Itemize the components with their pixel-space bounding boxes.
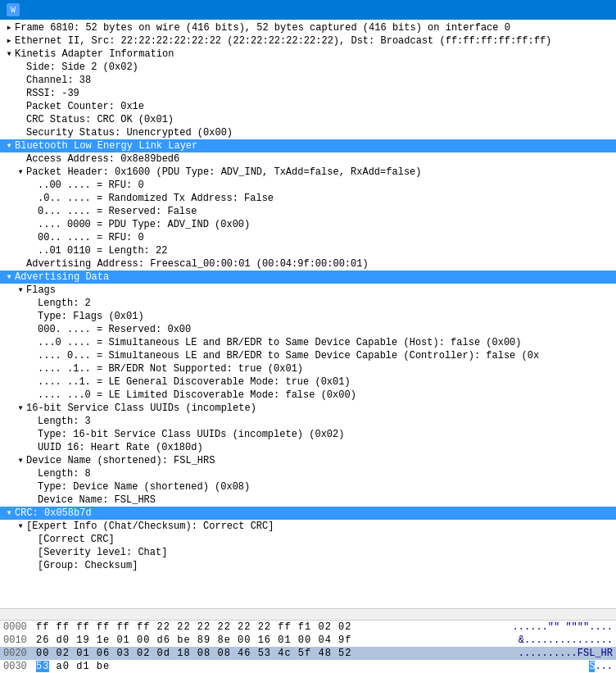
tree-line-text: ..01 0110 = Length: 22 [38,245,167,257]
tree-line[interactable]: ▾Bluetooth Low Energy Link Layer [0,139,616,152]
minimize-button[interactable] [557,3,573,16]
tree-line-text: UUID 16: Heart Rate (0x180d) [38,442,203,453]
tree-line-text: Device Name (shortened): FSL_HRS [26,455,215,466]
tree-line-text: [Correct CRC] [38,534,115,545]
tree-line-text: Type: 16-bit Service Class UUIDs (incomp… [38,429,344,440]
hex-bytes: 00 02 01 06 03 02 0d 18 08 08 46 53 4c 5… [36,647,512,660]
expander-icon[interactable]: ▾ [15,520,26,533]
hex-bytes: ff ff ff ff ff ff 22 22 22 22 22 22 ff f… [36,621,506,634]
tree-line-text: 16-bit Service Class UUIDs (incomplete) [26,402,256,414]
tree-line[interactable]: .0.. .... = Randomized Tx Address: False [0,192,616,205]
expander-icon[interactable]: ▾ [15,454,26,467]
tree-line[interactable]: .... ...0 = LE Limited Discoverable Mode… [0,389,616,402]
tree-line[interactable]: ▾Packet Header: 0x1600 (PDU Type: ADV_IN… [0,166,616,179]
tree-line[interactable]: ▾Device Name (shortened): FSL_HRS [0,454,616,467]
tree-line[interactable]: 0... .... = Reserved: False [0,205,616,218]
tree-line[interactable]: ..00 .... = RFU: 0 [0,179,616,192]
tree-line-text: [Group: Checksum] [38,560,138,571]
tree-line[interactable]: Type: 16-bit Service Class UUIDs (incomp… [0,428,616,441]
hex-offset: 0000 [3,621,36,634]
hex-scrollbar[interactable] [0,609,616,621]
tree-line[interactable]: ▾CRC: 0x058b7d [0,507,616,520]
expander-icon[interactable]: ▾ [15,402,26,415]
tree-line-text: Side: Side 2 (0x02) [26,61,138,73]
tree-line-text: [Expert Info (Chat/Checksum): Correct CR… [26,521,274,532]
tree-line[interactable]: Length: 8 [0,467,616,480]
close-button[interactable] [593,3,609,16]
title-bar-left: W [7,3,25,16]
tree-line[interactable]: .... 0000 = PDU Type: ADV_IND (0x00) [0,218,616,231]
tree-line[interactable]: .... ..1. = LE General Discoverable Mode… [0,375,616,389]
expander-icon[interactable]: ▾ [3,271,15,284]
tree-line-text: [Severity level: Chat] [38,547,167,558]
tree-line-text: Bluetooth Low Energy Link Layer [15,140,197,152]
tree-line[interactable]: ▾Advertising Data [0,271,616,284]
tree-line-text: Advertising Data [15,271,109,283]
tree-line[interactable]: Packet Counter: 0x1e [0,100,616,113]
title-bar: W [0,0,616,20]
tree-line[interactable]: Security Status: Unencrypted (0x00) [0,126,616,139]
tree-line-text: Length: 8 [38,468,91,480]
tree-line[interactable]: 000. .... = Reserved: 0x00 [0,323,616,336]
tree-line-text: .... .1.. = BR/EDR Not Supported: true (… [38,363,303,375]
tree-line[interactable]: .... .1.. = BR/EDR Not Supported: true (… [0,362,616,375]
tree-line[interactable]: Type: Flags (0x01) [0,310,616,323]
tree-line-text: 000. .... = Reserved: 0x00 [38,324,191,335]
expander-icon[interactable]: ▸ [3,34,15,48]
tree-line[interactable]: [Group: Checksum] [0,559,616,572]
tree-line[interactable]: RSSI: -39 [0,87,616,100]
expander-icon[interactable]: ▾ [3,48,15,61]
hex-offset: 0010 [3,634,36,647]
tree-line[interactable]: [Correct CRC] [0,533,616,546]
tree-line-text: Device Name: FSL_HRS [38,494,156,506]
tree-line[interactable]: ▾[Expert Info (Chat/Checksum): Correct C… [0,520,616,533]
tree-line[interactable]: ▾Kinetis Adapter Information [0,48,616,61]
tree-line[interactable]: Advertising Address: Freescal_00:00:01 (… [0,257,616,271]
tree-line[interactable]: [Severity level: Chat] [0,546,616,559]
tree-line[interactable]: .... 0... = Simultaneous LE and BR/EDR t… [0,349,616,362]
hex-row: 002000 02 01 06 03 02 0d 18 08 08 46 53 … [0,647,616,660]
tree-line[interactable]: Type: Device Name (shortened) (0x08) [0,480,616,493]
tree-line[interactable]: Channel: 38 [0,74,616,87]
expander-icon[interactable]: ▾ [3,507,15,520]
expander-icon[interactable]: ▸ [3,21,15,34]
expander-icon[interactable]: ▾ [3,139,15,152]
tree-line[interactable]: Length: 3 [0,415,616,428]
tree-line[interactable]: ▸Ethernet II, Src: 22:22:22:22:22:22 (22… [0,34,616,48]
tree-line[interactable]: ..01 0110 = Length: 22 [0,244,616,257]
tree-line-text: Frame 6810: 52 bytes on wire (416 bits),… [15,22,510,34]
expander-icon[interactable]: ▾ [15,284,26,297]
hex-bytes: 53 a0 d1 be [36,660,582,673]
tree-line-text: .0.. .... = Randomized Tx Address: False [38,193,274,204]
tree-line[interactable]: Length: 2 [0,297,616,310]
tree-line[interactable]: Access Address: 0x8e89bed6 [0,152,616,166]
hex-bytes: 26 d0 19 1e 01 00 d6 be 89 8e 00 16 01 0… [36,634,512,647]
tree-line[interactable]: UUID 16: Heart Rate (0x180d) [0,441,616,454]
expander-icon[interactable]: ▾ [15,166,26,179]
tree-line[interactable]: 00.. .... = RFU: 0 [0,231,616,244]
tree-line-text: 00.. .... = RFU: 0 [38,232,144,243]
tree-line-text: ..00 .... = RFU: 0 [38,180,144,191]
tree-line-text: .... ...0 = LE Limited Discoverable Mode… [38,389,356,401]
tree-line-text: Flags [26,284,56,296]
tree-line-text: ...0 .... = Simultaneous LE and BR/EDR t… [38,337,522,348]
tree-line-text: Channel: 38 [26,75,91,86]
maximize-button[interactable] [575,3,591,16]
tree-line[interactable]: ...0 .... = Simultaneous LE and BR/EDR t… [0,336,616,349]
tree-line[interactable]: ▸Frame 6810: 52 bytes on wire (416 bits)… [0,21,616,34]
tree-line-text: .... 0... = Simultaneous LE and BR/EDR t… [38,350,539,362]
tree-line[interactable]: ▾Flags [0,284,616,297]
tree-line[interactable]: Device Name: FSL_HRS [0,493,616,507]
hex-area: 0000ff ff ff ff ff ff 22 22 22 22 22 22 … [0,608,616,673]
tree-line-text: .... 0000 = PDU Type: ADV_IND (0x00) [38,219,250,230]
tree-line[interactable]: Side: Side 2 (0x02) [0,61,616,74]
content-area: ▸Frame 6810: 52 bytes on wire (416 bits)… [0,20,616,673]
tree-line-text: Access Address: 0x8e89bed6 [26,153,179,165]
tree-line[interactable]: CRC Status: CRC OK (0x01) [0,113,616,126]
packet-tree[interactable]: ▸Frame 6810: 52 bytes on wire (416 bits)… [0,20,616,608]
tree-line-text: Kinetis Adapter Information [15,48,174,60]
tree-line[interactable]: ▾16-bit Service Class UUIDs (incomplete) [0,402,616,415]
tree-line-text: 0... .... = Reserved: False [38,206,197,217]
app-icon: W [7,3,20,16]
hex-row: 001026 d0 19 1e 01 00 d6 be 89 8e 00 16 … [0,634,616,647]
